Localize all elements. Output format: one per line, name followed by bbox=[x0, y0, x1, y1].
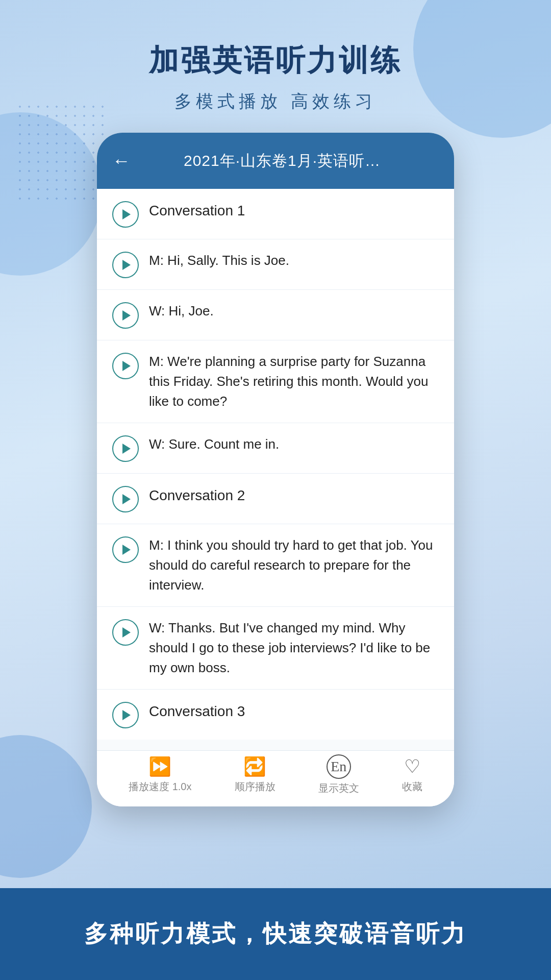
play-icon bbox=[122, 361, 131, 371]
list-item: Conversation 1 bbox=[97, 189, 454, 239]
speed-label: 播放速度 1.0x bbox=[129, 780, 191, 794]
header-section: 加强英语听力训练 多模式播放 高效练习 bbox=[0, 41, 551, 113]
play-button-9[interactable] bbox=[112, 702, 139, 728]
item-text-5: W: Sure. Count me in. bbox=[149, 434, 439, 454]
play-icon bbox=[122, 444, 131, 454]
toolbar-english[interactable]: En 显示英文 bbox=[318, 754, 359, 795]
play-button-7[interactable] bbox=[112, 536, 139, 563]
english-label: 显示英文 bbox=[318, 781, 359, 795]
play-button-8[interactable] bbox=[112, 619, 139, 646]
favorite-icon: ♡ bbox=[404, 756, 420, 777]
bottom-banner: 多种听力模式，快速突破语音听力 bbox=[0, 888, 551, 980]
item-text-6: Conversation 2 bbox=[149, 485, 439, 506]
play-icon bbox=[122, 310, 131, 321]
back-button[interactable]: ← bbox=[112, 150, 131, 172]
english-icon: En bbox=[327, 754, 351, 779]
play-icon bbox=[122, 627, 131, 638]
item-text-4: M: We're planning a surprise party for S… bbox=[149, 352, 439, 411]
toolbar-repeat[interactable]: 🔁 顺序播放 bbox=[235, 756, 276, 794]
bottom-banner-text: 多种听力模式，快速突破语音听力 bbox=[84, 918, 467, 950]
play-button-2[interactable] bbox=[112, 252, 139, 278]
app-header-title: 2021年·山东卷1月·英语听… bbox=[141, 151, 439, 172]
list-item: M: Hi, Sally. This is Joe. bbox=[97, 239, 454, 290]
play-icon bbox=[122, 260, 131, 270]
item-text-7: M: I think you should try hard to get th… bbox=[149, 535, 439, 595]
favorite-label: 收藏 bbox=[402, 780, 422, 794]
content-list: Conversation 1 M: Hi, Sally. This is Joe… bbox=[97, 189, 454, 750]
item-text-3: W: Hi, Joe. bbox=[149, 301, 439, 321]
phone-mockup: ← 2021年·山东卷1月·英语听… Conversation 1 M: Hi,… bbox=[97, 133, 454, 806]
list-item: W: Thanks. But I've changed my mind. Why… bbox=[97, 607, 454, 690]
play-button-3[interactable] bbox=[112, 302, 139, 329]
list-item: Conversation 3 bbox=[97, 690, 454, 740]
play-button-5[interactable] bbox=[112, 435, 139, 462]
item-text-8: W: Thanks. But I've changed my mind. Why… bbox=[149, 618, 439, 678]
play-icon bbox=[122, 494, 131, 504]
list-item: M: I think you should try hard to get th… bbox=[97, 524, 454, 607]
item-text-1: Conversation 1 bbox=[149, 200, 439, 222]
bottom-toolbar: ⏩ 播放速度 1.0x 🔁 顺序播放 En 显示英文 ♡ 收藏 bbox=[97, 750, 454, 806]
play-button-4[interactable] bbox=[112, 353, 139, 379]
deco-dots bbox=[15, 102, 107, 204]
deco-circle-bottom-left bbox=[0, 735, 92, 878]
list-item: W: Sure. Count me in. bbox=[97, 423, 454, 474]
list-item: M: We're planning a surprise party for S… bbox=[97, 340, 454, 423]
play-icon bbox=[122, 545, 131, 555]
toolbar-speed[interactable]: ⏩ 播放速度 1.0x bbox=[129, 756, 191, 794]
repeat-label: 顺序播放 bbox=[235, 780, 276, 794]
repeat-icon: 🔁 bbox=[243, 756, 266, 777]
header-title: 加强英语听力训练 bbox=[0, 41, 551, 81]
list-item: Conversation 2 bbox=[97, 474, 454, 524]
play-icon bbox=[122, 209, 131, 219]
item-text-2: M: Hi, Sally. This is Joe. bbox=[149, 251, 439, 271]
item-text-9: Conversation 3 bbox=[149, 701, 439, 722]
list-item: W: Hi, Joe. bbox=[97, 290, 454, 340]
play-button-6[interactable] bbox=[112, 486, 139, 512]
header-subtitle: 多模式播放 高效练习 bbox=[0, 90, 551, 113]
play-icon bbox=[122, 710, 131, 720]
speed-icon: ⏩ bbox=[148, 756, 171, 777]
app-header: ← 2021年·山东卷1月·英语听… bbox=[97, 133, 454, 189]
toolbar-favorite[interactable]: ♡ 收藏 bbox=[402, 756, 422, 794]
play-button-1[interactable] bbox=[112, 201, 139, 228]
